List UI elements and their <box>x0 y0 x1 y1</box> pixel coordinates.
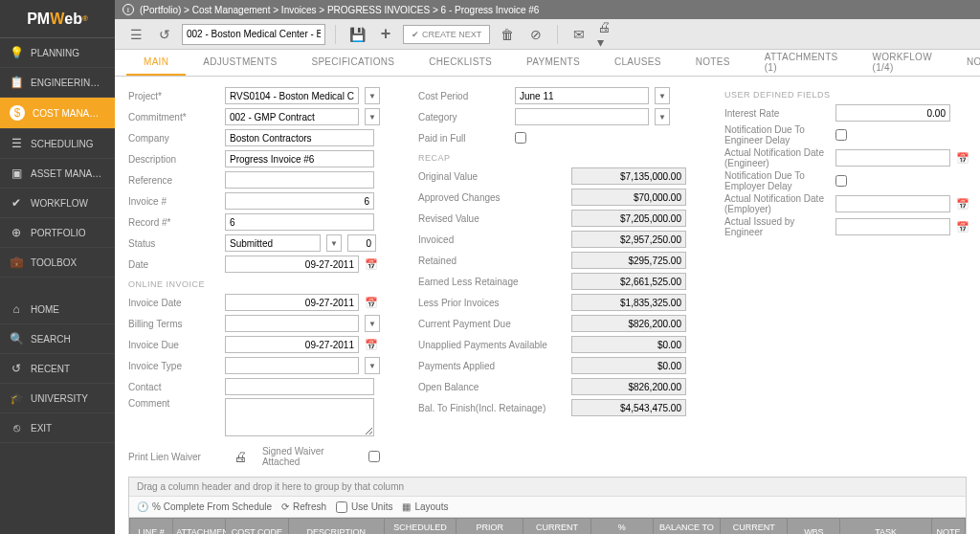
save-icon[interactable]: 💾 <box>345 23 368 46</box>
column-header[interactable]: CURRENT TOTAL DUE <box>721 519 788 535</box>
invoice-type-field[interactable] <box>225 357 359 374</box>
notif-engineer-delay-checkbox[interactable] <box>835 129 847 141</box>
sidebar-item-home[interactable]: ⌂HOME <box>0 295 115 324</box>
complete-from-schedule-button[interactable]: 🕐 % Complete From Schedule <box>137 501 272 512</box>
sidebar-item-workflow[interactable]: ✔WORKFLOW <box>0 189 115 218</box>
project-picker[interactable] <box>182 24 325 45</box>
balance-to-finish <box>571 399 686 416</box>
column-header[interactable]: DESCRIPTION <box>288 519 384 535</box>
sidebar-item-engineering-for-[interactable]: 📋ENGINEERING FOR... <box>0 68 115 98</box>
nav-icon: ⎋ <box>10 421 23 434</box>
dropdown-icon[interactable]: ▼ <box>655 87 670 104</box>
delete-icon[interactable]: 🗑 <box>496 23 519 46</box>
invoice-number-field[interactable] <box>225 192 374 210</box>
refresh-button[interactable]: ⟳ Refresh <box>281 501 326 512</box>
comment-field[interactable] <box>225 398 374 436</box>
tab-adjustments[interactable]: ADJUSTMENTS <box>186 50 294 76</box>
sidebar-item-recent[interactable]: ↺RECENT <box>0 354 115 384</box>
sidebar-item-search[interactable]: 🔍SEARCH <box>0 324 115 354</box>
column-header[interactable]: LINE # <box>130 519 173 535</box>
nav-label: RECENT <box>31 364 105 374</box>
sidebar-item-scheduling[interactable]: ☰SCHEDULING <box>0 129 115 159</box>
dropdown-icon[interactable]: ▼ <box>365 108 380 125</box>
info-icon[interactable]: i <box>122 4 134 15</box>
menu-icon[interactable]: ☰ <box>124 23 147 46</box>
tab-specifications[interactable]: SPECIFICATIONS <box>294 50 412 76</box>
sidebar-item-planning[interactable]: 💡PLANNING <box>0 38 115 68</box>
column-header[interactable]: NOTE <box>931 519 965 535</box>
column-header[interactable]: BALANCE TO INVOICE <box>653 519 720 535</box>
nav-icon: ☰ <box>10 137 23 150</box>
print-icon[interactable]: 🖨 ▾ <box>596 23 619 46</box>
date-field[interactable] <box>225 256 359 273</box>
column-header[interactable]: PRIOR INVOICES <box>457 519 523 535</box>
dropdown-icon[interactable]: ▼ <box>365 357 380 374</box>
column-header[interactable]: CURRENT INVOICE <box>523 519 590 535</box>
invoice-date-field[interactable] <box>225 294 359 311</box>
notif-employer-delay-checkbox[interactable] <box>835 175 847 187</box>
actual-issued-field[interactable] <box>835 218 950 235</box>
create-next-button[interactable]: ✔ CREATE NEXT <box>403 25 490 44</box>
description-field[interactable] <box>225 150 374 167</box>
calendar-icon[interactable]: 📅 <box>365 258 380 271</box>
project-field[interactable] <box>225 87 359 104</box>
calendar-icon[interactable]: 📅 <box>956 152 971 165</box>
add-icon[interactable]: + <box>374 23 397 46</box>
interest-rate-field[interactable] <box>835 104 950 122</box>
column-header[interactable]: WBS <box>788 519 840 535</box>
tab-main[interactable]: MAIN <box>126 50 186 76</box>
actual-notif-employer-field[interactable] <box>835 195 950 212</box>
dropdown-icon[interactable]: ▼ <box>365 315 380 332</box>
record-number-field[interactable] <box>225 213 374 231</box>
billing-terms-field[interactable] <box>225 315 359 332</box>
sidebar-item-university[interactable]: 🎓UNIVERSITY <box>0 384 115 413</box>
print-icon[interactable]: 🖨 <box>234 449 247 464</box>
block-icon[interactable]: ⊘ <box>524 23 547 46</box>
reference-field[interactable] <box>225 171 374 189</box>
column-header[interactable]: % COMPLETE <box>590 519 653 535</box>
column-header[interactable]: ATTACHMEN <box>173 519 226 535</box>
paid-in-full-checkbox[interactable] <box>515 132 526 144</box>
tab-workflow-[interactable]: WORKFLOW (1/4) <box>856 50 949 76</box>
company-field[interactable] <box>225 129 374 146</box>
signed-waiver-checkbox[interactable] <box>368 451 380 462</box>
calendar-icon[interactable]: 📅 <box>365 339 380 351</box>
sidebar-item-portfolio[interactable]: ⊕PORTFOLIO <box>0 218 115 248</box>
tab-checklists[interactable]: CHECKLISTS <box>412 50 509 76</box>
dropdown-icon[interactable]: ▼ <box>655 108 670 125</box>
use-units-toggle[interactable]: Use Units <box>336 501 392 513</box>
sidebar-item-exit[interactable]: ⎋EXIT <box>0 413 115 443</box>
calendar-icon[interactable]: 📅 <box>956 198 971 211</box>
tab-payments[interactable]: PAYMENTS <box>509 50 597 76</box>
actual-notif-engineer-field[interactable] <box>835 149 950 167</box>
column-header[interactable]: TASK <box>840 519 931 535</box>
mail-icon[interactable]: ✉ <box>568 23 590 46</box>
cost-period-field[interactable] <box>515 87 649 104</box>
dropdown-icon[interactable]: ▼ <box>365 87 380 104</box>
status-field[interactable] <box>225 234 321 252</box>
nav-label: COST MANAGEMENT <box>33 108 105 119</box>
sidebar-item-toolbox[interactable]: 💼TOOLBOX <box>0 248 115 278</box>
invoice-due-field[interactable] <box>225 336 359 353</box>
history-icon[interactable]: ↺ <box>153 23 176 46</box>
layouts-button[interactable]: ▦ Layouts <box>402 501 448 512</box>
nav-label: TOOLBOX <box>31 257 105 268</box>
category-field[interactable] <box>515 108 649 125</box>
tab-clauses[interactable]: CLAUSES <box>597 50 679 76</box>
column-header[interactable]: COST CODE <box>226 519 288 535</box>
tab-attachments-[interactable]: ATTACHMENTS (1) <box>747 50 856 76</box>
calendar-icon[interactable]: 📅 <box>956 221 971 234</box>
status-code-field[interactable] <box>347 234 376 252</box>
dropdown-icon[interactable]: ▼ <box>326 234 342 252</box>
sidebar-item-asset-manageme-[interactable]: ▣ASSET MANAGEME... <box>0 159 115 189</box>
nav-label: PLANNING <box>31 48 105 58</box>
tab-notes[interactable]: NOTES <box>679 50 747 76</box>
calendar-icon[interactable]: 📅 <box>365 297 380 309</box>
contact-field[interactable] <box>225 378 374 395</box>
grid-group-bar[interactable]: Drag a column header and drop it here to… <box>129 478 966 497</box>
commitment-field[interactable] <box>225 108 359 125</box>
sidebar-item-cost-management[interactable]: $COST MANAGEMENT <box>0 98 115 129</box>
nav-label: HOME <box>31 304 105 315</box>
column-header[interactable]: SCHEDULED VALUE <box>384 519 456 535</box>
tab-notifications[interactable]: NOTIFICATIONS <box>949 50 980 76</box>
